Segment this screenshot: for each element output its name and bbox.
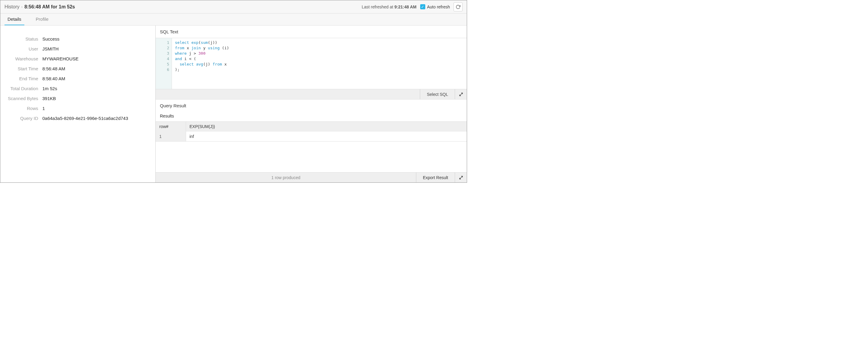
value-query-id: 0a64a3a5-8269-4e21-996e-51ca6ac2d743: [42, 116, 128, 121]
breadcrumb-current: 8:56:48 AM for 1m 52s: [24, 4, 75, 10]
expand-sql-button[interactable]: [455, 89, 467, 99]
breadcrumb: History › 8:56:48 AM for 1m 52s: [4, 4, 75, 10]
query-result-title: Query Result: [156, 99, 467, 112]
content-area: StatusSuccess UserJSMITH WarehouseMYWARE…: [0, 26, 467, 182]
result-footer-bar: 1 row produced Export Result: [156, 172, 467, 182]
value-rows: 1: [42, 106, 45, 111]
result-status: 1 row produced: [156, 175, 416, 180]
table-header-row: row#EXP(SUM(J)): [156, 122, 467, 132]
table-cell: inf: [186, 132, 467, 142]
line-number: 1: [156, 40, 169, 45]
tab-bar: Details Profile: [0, 13, 467, 26]
sql-editor: 123456 select exp(sum(j))from x join y u…: [156, 38, 467, 89]
last-refreshed-time: 9:21:48 AM: [394, 4, 416, 9]
line-number: 6: [156, 67, 169, 72]
tab-profile[interactable]: Profile: [33, 13, 52, 25]
table-cell: 1: [156, 132, 186, 142]
autorefresh-label: Auto refresh: [427, 4, 450, 9]
label-rows: Rows: [6, 106, 42, 111]
checkbox-checked-icon[interactable]: ✓: [420, 4, 425, 9]
details-panel: StatusSuccess UserJSMITH WarehouseMYWARE…: [0, 26, 156, 182]
value-total-duration: 1m 52s: [42, 86, 57, 91]
label-warehouse: Warehouse: [6, 56, 42, 61]
label-status: Status: [6, 36, 42, 41]
chevron-right-icon: ›: [21, 4, 23, 9]
sql-text-title: SQL Text: [156, 26, 467, 38]
right-panel: SQL Text 123456 select exp(sum(j))from x…: [156, 26, 467, 182]
refresh-icon: [456, 4, 460, 9]
value-scanned-bytes: 391KB: [42, 96, 56, 101]
value-user: JSMITH: [42, 46, 59, 52]
expand-icon: [459, 176, 463, 180]
label-query-id: Query ID: [6, 116, 42, 121]
tab-details[interactable]: Details: [4, 13, 24, 25]
label-user: User: [6, 46, 42, 52]
line-number: 5: [156, 62, 169, 67]
label-end-time: End Time: [6, 76, 42, 81]
export-result-button[interactable]: Export Result: [416, 173, 455, 182]
table-column-header[interactable]: EXP(SUM(J)): [186, 122, 467, 132]
line-number: 3: [156, 51, 169, 56]
line-number: 4: [156, 56, 169, 62]
breadcrumb-root[interactable]: History: [4, 4, 20, 10]
results-label: Results: [156, 112, 467, 121]
value-end-time: 8:58:40 AM: [42, 76, 65, 81]
value-status: Success: [42, 36, 60, 41]
sql-code[interactable]: select exp(sum(j))from x join y using (i…: [172, 38, 467, 89]
label-start-time: Start Time: [6, 66, 42, 71]
table-row[interactable]: 1inf: [156, 132, 467, 142]
last-refreshed-label: Last refreshed at 9:21:48 AM: [362, 4, 416, 9]
expand-icon: [459, 92, 463, 96]
line-number: 2: [156, 45, 169, 51]
table-body: 1inf: [156, 132, 467, 142]
table-column-header[interactable]: row#: [156, 122, 186, 132]
label-scanned-bytes: Scanned Bytes: [6, 96, 42, 101]
sql-line-gutter: 123456: [156, 38, 172, 89]
expand-result-button[interactable]: [455, 173, 467, 182]
sql-action-bar: Select SQL: [156, 89, 467, 99]
autorefresh-toggle[interactable]: ✓ Auto refresh: [420, 4, 450, 9]
label-total-duration: Total Duration: [6, 86, 42, 91]
refresh-button[interactable]: [454, 2, 463, 11]
page-header: History › 8:56:48 AM for 1m 52s Last ref…: [0, 0, 467, 13]
result-table: row#EXP(SUM(J)) 1inf: [156, 121, 467, 142]
select-sql-button[interactable]: Select SQL: [420, 89, 455, 99]
value-start-time: 8:56:48 AM: [42, 66, 65, 71]
value-warehouse: MYWAREHOUSE: [42, 56, 79, 61]
